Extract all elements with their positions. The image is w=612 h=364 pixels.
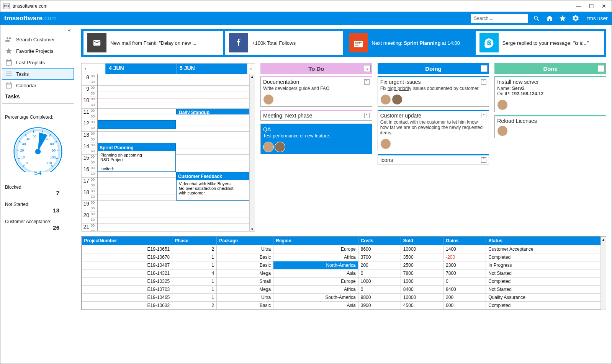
table-cell[interactable]: E19-10651 bbox=[82, 245, 172, 253]
table-cell[interactable]: 1 bbox=[172, 253, 217, 261]
ribbon-card-skype[interactable]: Serge replied to your message: "Is it...… bbox=[476, 31, 604, 55]
table-cell[interactable]: Mega bbox=[217, 286, 273, 294]
table-cell[interactable]: 0 bbox=[443, 277, 486, 286]
calendar-day-0[interactable]: 4 JUN bbox=[105, 64, 176, 74]
table-cell[interactable]: Completed bbox=[486, 302, 606, 310]
table-row[interactable]: E19-106781BasicAfrica37003500-200Complet… bbox=[82, 253, 606, 261]
table-header-cell[interactable]: Package bbox=[217, 237, 273, 245]
search-icon[interactable] bbox=[532, 14, 541, 23]
table-cell[interactable]: E18-14321 bbox=[82, 269, 172, 277]
kanban-card[interactable]: Documentation˄Write developers guide and… bbox=[260, 76, 372, 107]
table-cell[interactable]: In Progress bbox=[486, 261, 606, 269]
kanban-collapse-doing[interactable]: ‹ bbox=[481, 65, 488, 72]
calendar-event[interactable] bbox=[98, 120, 176, 129]
table-cell[interactable]: Ultra bbox=[217, 245, 273, 253]
calendar-event[interactable]: Daily Standup bbox=[176, 109, 254, 114]
table-cell[interactable]: 1000 bbox=[401, 277, 443, 286]
table-cell[interactable]: Africa bbox=[273, 286, 358, 294]
table-cell[interactable]: 0 bbox=[358, 269, 401, 277]
search-input[interactable] bbox=[471, 14, 528, 23]
table-cell[interactable]: 8400 bbox=[401, 286, 443, 294]
table-cell[interactable]: 200 bbox=[443, 294, 486, 302]
table-cell[interactable]: E19-10632 bbox=[82, 302, 172, 310]
table-cell[interactable]: 1 bbox=[172, 277, 217, 286]
table-cell[interactable]: Mega bbox=[217, 269, 273, 277]
card-expand-icon[interactable]: ˄ bbox=[364, 79, 370, 85]
calendar-day-1[interactable]: 5 JUN bbox=[176, 64, 247, 74]
sidebar-collapse-icon[interactable]: « bbox=[65, 26, 74, 34]
ribbon-card-meeting[interactable]: Next meeting: Sprint Planning at 14:00 bbox=[345, 31, 473, 55]
table-header-cell[interactable]: ProjectNumber bbox=[82, 237, 172, 245]
card-expand-icon[interactable]: ˅ bbox=[481, 157, 486, 163]
close-button[interactable]: ✕ bbox=[602, 3, 606, 9]
table-row[interactable]: E18-143214MegaAsia078007800Not Started bbox=[82, 269, 606, 277]
card-expand-icon[interactable]: ˄ bbox=[481, 113, 486, 118]
card-expand-icon[interactable]: ˅ bbox=[364, 113, 370, 118]
gear-icon[interactable] bbox=[571, 14, 580, 23]
table-cell[interactable]: -200 bbox=[443, 253, 486, 261]
table-cell[interactable]: Not Started bbox=[486, 269, 606, 277]
card-expand-icon[interactable]: ˄ bbox=[481, 79, 486, 85]
table-cell[interactable]: 1 bbox=[172, 261, 217, 269]
table-cell[interactable]: 7800 bbox=[401, 269, 443, 277]
table-cell[interactable]: 1 bbox=[172, 294, 217, 302]
table-row[interactable]: E19-104871BasicNorth-America20025002300I… bbox=[82, 261, 606, 269]
table-cell[interactable]: Ultra bbox=[217, 294, 273, 302]
table-cell[interactable]: Basic bbox=[217, 302, 273, 310]
table-cell[interactable]: Customer Acceptance bbox=[486, 245, 606, 253]
table-cell[interactable]: 1000 bbox=[358, 277, 401, 286]
sidebar-item-tasks[interactable]: Tasks bbox=[2, 68, 74, 80]
kanban-card[interactable]: Icons˅ bbox=[378, 154, 489, 165]
table-cell[interactable]: E19-10678 bbox=[82, 253, 172, 261]
table-cell[interactable]: 10000 bbox=[401, 245, 443, 253]
calendar-body[interactable]: 8003090030100030110030120030130030140030… bbox=[82, 74, 255, 232]
table-cell[interactable]: Africa bbox=[273, 253, 358, 261]
sidebar-item-search-customer[interactable]: Search Customer bbox=[2, 34, 74, 45]
table-cell[interactable]: 2300 bbox=[443, 261, 486, 269]
table-cell[interactable]: Completed bbox=[486, 253, 606, 261]
projects-table[interactable]: ProjectNumberPhasePackageRegionCostsSold… bbox=[82, 237, 606, 310]
star-icon[interactable] bbox=[558, 14, 567, 23]
table-header-cell[interactable]: Costs bbox=[358, 237, 401, 245]
table-header-cell[interactable]: Gains bbox=[443, 237, 486, 245]
table-cell[interactable]: 600 bbox=[443, 302, 486, 310]
table-row[interactable]: E19-103251SmallEurope100010000Completed bbox=[82, 277, 606, 286]
sidebar-item-calendar[interactable]: Calendar bbox=[2, 80, 74, 91]
table-cell[interactable]: 8400 bbox=[443, 286, 486, 294]
table-cell[interactable]: E19-10487 bbox=[82, 261, 172, 269]
kanban-card[interactable]: Install new serverName: Serv2On IP: 192.… bbox=[494, 76, 606, 112]
table-cell[interactable]: Basic bbox=[217, 253, 273, 261]
table-cell[interactable]: Completed bbox=[486, 277, 606, 286]
table-cell[interactable]: Europe bbox=[273, 245, 358, 253]
table-cell[interactable]: Europe bbox=[273, 277, 358, 286]
table-cell[interactable]: Asia bbox=[273, 302, 358, 310]
calendar-scrollbar[interactable]: ▴▾ bbox=[249, 74, 255, 231]
ribbon-card-facebook[interactable]: +100k Total Follows bbox=[225, 31, 343, 55]
table-cell[interactable]: South-America bbox=[273, 294, 358, 302]
maximize-button[interactable]: ☐ bbox=[589, 3, 594, 9]
table-row[interactable]: E19-107031MegaAfrica084008400Not Started bbox=[82, 286, 606, 294]
table-cell[interactable]: Asia bbox=[273, 269, 358, 277]
minimize-button[interactable]: — bbox=[576, 3, 581, 9]
table-row[interactable]: E19-106512UltraEurope8600100001400Custom… bbox=[82, 245, 606, 253]
kanban-card[interactable]: Customer update˄Get in contact with the … bbox=[378, 110, 489, 151]
table-cell[interactable]: 7800 bbox=[443, 269, 486, 277]
sidebar-item-favorite-projects[interactable]: Favorite Projects bbox=[2, 45, 74, 57]
table-cell[interactable]: Not Started bbox=[486, 286, 606, 294]
table-row[interactable]: E19-106322BasicAsia39004500600Completed bbox=[82, 302, 606, 310]
table-cell[interactable]: 2500 bbox=[401, 261, 443, 269]
table-header-cell[interactable]: Region bbox=[273, 237, 358, 245]
calendar-event[interactable]: Sprint PlanningPlanning on upcomingR&D P… bbox=[98, 143, 176, 172]
calendar-prev-button[interactable]: ‹ bbox=[82, 64, 89, 74]
table-cell[interactable]: E19-10325 bbox=[82, 277, 172, 286]
table-cell[interactable]: 3700 bbox=[358, 253, 401, 261]
table-cell[interactable]: 1 bbox=[172, 286, 217, 294]
table-header-cell[interactable]: Sold bbox=[401, 237, 443, 245]
table-cell[interactable]: North-America bbox=[273, 261, 358, 269]
kanban-card[interactable]: Meeting: Next phase˅ bbox=[260, 110, 372, 121]
table-cell[interactable]: E19-10465 bbox=[82, 294, 172, 302]
table-cell[interactable]: 4500 bbox=[401, 302, 443, 310]
table-cell[interactable]: 200 bbox=[358, 261, 401, 269]
table-cell[interactable]: 3500 bbox=[401, 253, 443, 261]
table-cell[interactable]: 3900 bbox=[358, 302, 401, 310]
